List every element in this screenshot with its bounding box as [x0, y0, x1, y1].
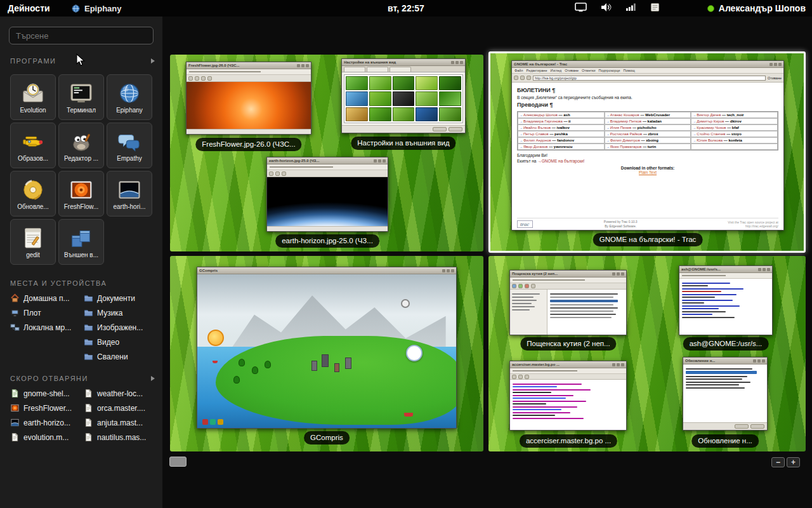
message-list[interactable] [547, 290, 626, 335]
wallpaper-thumbnail[interactable] [416, 76, 438, 90]
control-icon[interactable] [202, 419, 208, 425]
window-label-update[interactable]: Обновление н... [691, 434, 759, 448]
window-trac-browser[interactable]: GNOME на български! - Trac Файл Редактир… [511, 60, 784, 231]
recent-item-gnome-shell[interactable]: gnome-shel... [10, 389, 77, 398]
window-label-gcompris[interactable]: GCompris [304, 431, 350, 444]
window-label-freshflower[interactable]: FreshFlower.jpg-26.0 (ЧЗС... [195, 138, 301, 151]
translator-cell[interactable]: →Атанас Кошаров — WebCrusader [605, 112, 691, 118]
wallpaper-thumbnail[interactable] [369, 107, 391, 121]
window-titlebar[interactable]: earth-horizon.jpg-25.0 (ЧЗ... [267, 157, 388, 164]
remove-workspace-button[interactable]: − [771, 457, 785, 467]
recent-item-freshflower[interactable]: FreshFlower... [10, 403, 77, 413]
window-titlebar[interactable]: GCompris [197, 267, 456, 274]
browser-menubar[interactable]: Файл Редактиране Изглед Отиване Отметки … [512, 68, 783, 74]
window-label-po[interactable]: accerciser.master.bg.po ... [520, 434, 617, 448]
workspace-2-active[interactable]: GNOME на български! - Trac Файл Редактир… [488, 51, 806, 253]
workspace-1[interactable]: FreshFlower.jpg-26.0 (ЧЗС... FreshFlower… [170, 55, 483, 251]
place-item-network[interactable]: Локална мр... [10, 323, 77, 332]
forward-button[interactable] [520, 76, 525, 80]
window-label-terminal[interactable]: ash@GNOME:/usr/s... [683, 337, 769, 351]
window-titlebar[interactable]: accerciser.master.bg.po ... [510, 361, 626, 368]
display-icon[interactable] [575, 3, 587, 15]
back-button[interactable] [514, 76, 518, 80]
window-gcompris[interactable]: GCompris [197, 267, 457, 429]
plain-text-link[interactable]: Plain Text [639, 170, 657, 175]
menubar[interactable] [187, 69, 311, 75]
menu-view[interactable]: Изглед [550, 69, 561, 72]
window-controls[interactable] [769, 63, 782, 66]
volume-icon[interactable] [601, 3, 612, 15]
recent-item-weather[interactable]: weather-loc... [84, 389, 151, 398]
window-label-trac[interactable]: GNOME на български! - Trac [593, 233, 703, 246]
go-button[interactable]: Отиване [768, 76, 782, 80]
app-menu[interactable]: Epiphany [71, 0, 122, 17]
tab-strip[interactable] [342, 66, 465, 72]
window-freshflower[interactable]: FreshFlower.jpg-26.0 (ЧЗС... [186, 62, 311, 135]
translator-cell[interactable]: →Ивайло Вълков — ivalkov [518, 124, 605, 131]
control-icon[interactable] [210, 419, 216, 425]
app-earth-image[interactable]: earth-hori... [107, 171, 152, 217]
window-controls[interactable] [758, 268, 770, 271]
translator-cell[interactable]: →Юлия Волкова — konfeta [691, 137, 778, 144]
app-freshflower-image[interactable]: FreshFlow... [58, 171, 104, 217]
recent-item-earth-horizon[interactable]: earth-horizo... [10, 418, 77, 427]
team-link[interactable]: →GNOME на български! [537, 159, 584, 163]
translator-cell[interactable]: →Виктор Дачев — tech_noir [691, 112, 778, 118]
place-item-home[interactable]: Домашна п... [10, 293, 77, 303]
translator-cell[interactable]: →Ростислав Райков — zbrox [605, 131, 691, 137]
activities-button[interactable]: Дейности [0, 0, 58, 17]
menu-go[interactable]: Отиване [565, 69, 579, 72]
recent-item-anjuta[interactable]: anjuta.mast... [84, 418, 151, 427]
dialog-button[interactable] [433, 127, 447, 131]
wallpaper-thumbnail[interactable] [393, 76, 415, 90]
menu-file[interactable]: Файл [514, 69, 523, 72]
window-titlebar[interactable]: GNOME на български! - Trac [512, 61, 783, 68]
translator-cell[interactable]: →Ясен Праматаров — turin [605, 144, 691, 150]
translator-cell[interactable]: →Илия Пенев — picholicho [605, 124, 691, 131]
window-earth[interactable]: earth-horizon.jpg-25.0 (ЧЗ... [266, 157, 388, 232]
menubar[interactable] [510, 368, 626, 374]
control-icon[interactable] [218, 419, 223, 425]
wallpaper-thumbnail[interactable] [416, 107, 438, 121]
recent-item-nautilus[interactable]: nautilus.mas... [84, 432, 151, 442]
window-po-editor[interactable]: accerciser.master.bg.po ... [509, 361, 627, 431]
app-terminal[interactable]: Терминал [58, 74, 104, 120]
menu-help[interactable]: Помощ [623, 69, 634, 72]
network-signal-icon[interactable] [625, 3, 636, 14]
dialog-button[interactable] [449, 127, 462, 131]
workspace-3[interactable]: GCompris [170, 256, 483, 451]
window-titlebar[interactable]: ash@GNOME:/usr/s... [679, 266, 772, 273]
window-controls[interactable] [753, 359, 765, 363]
wallpaper-thumbnail[interactable] [393, 107, 415, 121]
reload-button[interactable] [527, 76, 531, 80]
wallpaper-thumbnail[interactable] [393, 91, 415, 105]
workspace-4[interactable]: Пощенска кутия (2 неп... Пощенска кутия … [488, 256, 806, 451]
translator-cell[interactable]: →Филип Димитров — xboing [605, 137, 691, 144]
dialog-button[interactable] [735, 424, 749, 429]
workspace-add-indicator[interactable] [169, 457, 187, 467]
add-workspace-button[interactable]: + [787, 457, 800, 467]
translator-cell[interactable]: →Владимира Гиргинова — ii [518, 118, 605, 124]
user-menu[interactable]: Александър Шопов [707, 0, 806, 17]
window-mail[interactable]: Пощенска кутия (2 неп... [509, 270, 627, 335]
translator-cell[interactable]: →Красимир Чонов — bfaf [691, 124, 778, 131]
menubar[interactable] [267, 164, 388, 170]
window-controls[interactable] [451, 61, 463, 64]
toolbar[interactable] [510, 374, 626, 380]
app-external-media[interactable]: Външен в... [58, 219, 104, 265]
window-appearance[interactable]: Настройки на външния вид [341, 58, 466, 133]
app-image-editor[interactable]: Редактор ... [58, 123, 104, 168]
wallpaper-thumbnail[interactable] [369, 91, 391, 105]
app-epiphany[interactable]: Epiphany [107, 74, 152, 120]
window-controls[interactable] [374, 159, 386, 163]
update-list[interactable] [683, 364, 767, 422]
window-titlebar[interactable]: Пощенска кутия (2 неп... [510, 271, 626, 277]
folder-pane[interactable] [510, 290, 547, 335]
toolbar[interactable] [187, 75, 311, 82]
window-controls[interactable] [442, 269, 454, 272]
window-label-earth[interactable]: earth-horizon.jpg-25.0 (ЧЗ... [275, 234, 379, 248]
expand-arrow-icon[interactable] [151, 58, 155, 64]
browser-toolbar[interactable]: http://fsa-bg.org/project/gtp Отиване [512, 74, 783, 83]
place-item-videos[interactable]: Видео [84, 337, 151, 347]
recent-item-evolution[interactable]: evolution.m... [10, 432, 77, 442]
